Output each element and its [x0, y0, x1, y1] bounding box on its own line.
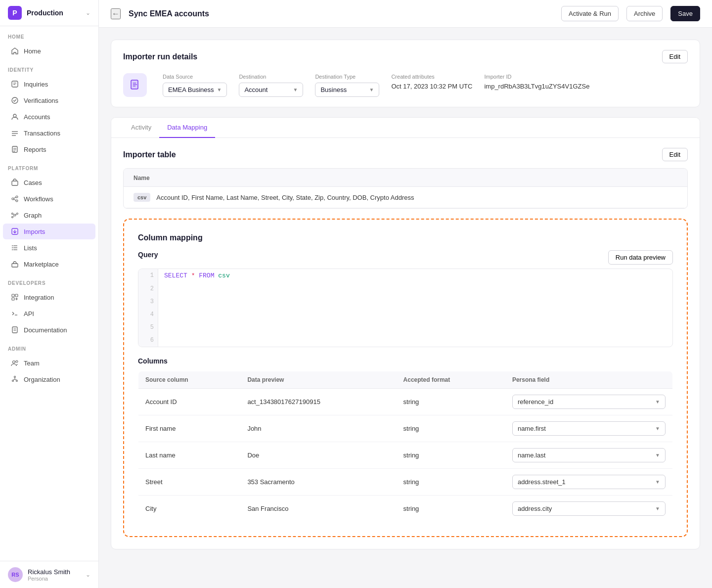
persona-field-select-3[interactable]: address.street_1▼ — [512, 475, 666, 489]
svg-rect-33 — [12, 264, 18, 267]
transactions-icon — [11, 129, 19, 137]
persona-field-cell-2: name.last▼ — [505, 442, 673, 469]
line-number-6: 6 — [138, 334, 158, 347]
sidebar-section-home: HOME — [0, 26, 98, 43]
svg-point-43 — [13, 361, 15, 363]
table-row: First nameJohnstringname.first▼ — [138, 415, 673, 442]
user-info: Rickalus Smith Persona — [28, 568, 81, 582]
line-content-4 — [158, 308, 170, 321]
created-attributes-label: Created attributes — [391, 74, 472, 80]
table-row: CitySan Franciscostringaddress.city▼ — [138, 496, 673, 522]
svg-line-24 — [13, 216, 14, 217]
destination-value: Account — [244, 86, 267, 93]
sidebar-item-team[interactable]: Team — [3, 355, 95, 371]
sidebar-item-reports[interactable]: Reports — [3, 141, 95, 157]
workflows-icon — [11, 195, 19, 203]
sidebar-item-api[interactable]: API — [3, 306, 95, 321]
sidebar-item-integration[interactable]: Integration — [3, 289, 95, 305]
sidebar-item-label-workflows: Workflows — [24, 195, 53, 203]
sidebar-item-organization[interactable]: Organization — [3, 371, 95, 387]
data-preview-header: Data preview — [240, 371, 396, 389]
destination-field: Destination Account ▼ — [239, 74, 303, 97]
code-line-4: 4 — [138, 308, 672, 321]
importer-table-section: Importer table Edit Name csv Account ID,… — [111, 138, 700, 219]
data-source-select[interactable]: EMEA Business ▼ — [163, 83, 227, 97]
importer-run-details-card: Importer run details Edit Data Source — [111, 40, 700, 107]
sidebar-item-cases[interactable]: Cases — [3, 175, 95, 190]
table-row: Street353 Sacramentostringaddress.street… — [138, 469, 673, 496]
line-number-3: 3 — [138, 295, 158, 308]
svg-point-47 — [16, 380, 18, 382]
persona-field-select-1[interactable]: name.first▼ — [512, 421, 666, 436]
sidebar-header[interactable]: P Production ⌄ — [0, 0, 98, 26]
svg-line-23 — [16, 214, 17, 215]
persona-field-chevron-icon-4: ▼ — [655, 506, 660, 511]
sidebar-item-inquiries[interactable]: Inquiries — [3, 76, 95, 92]
tab-activity[interactable]: Activity — [123, 118, 159, 138]
sidebar-item-imports[interactable]: Imports — [3, 224, 95, 239]
persona-field-chevron-icon-0: ▼ — [655, 399, 660, 405]
accepted-format-header: Accepted format — [397, 371, 505, 389]
persona-field-select-0[interactable]: reference_id▼ — [512, 395, 666, 409]
name-column-header: Name — [134, 175, 150, 181]
destination-type-chevron-icon: ▼ — [369, 87, 374, 92]
line-number-2: 2 — [138, 282, 158, 295]
sidebar-item-label-accounts: Accounts — [24, 113, 50, 121]
sidebar: P Production ⌄ HOMEHomeIDENTITYInquiries… — [0, 0, 99, 588]
page-title: Sync EMEA accounts — [129, 9, 553, 18]
importer-table-edit-button[interactable]: Edit — [662, 148, 688, 161]
preview-cell-4: San Francisco — [240, 496, 396, 522]
code-editor[interactable]: 1 SELECT * FROM csv 2 3 — [138, 269, 673, 347]
sidebar-item-lists[interactable]: Lists — [3, 240, 95, 256]
format-cell-1: string — [397, 415, 505, 442]
csv-content: Account ID, First Name, Last Name, Stree… — [156, 194, 414, 201]
importer-details-edit-button[interactable]: Edit — [662, 50, 688, 63]
sidebar-item-label-imports: Imports — [24, 228, 45, 235]
destination-type-select[interactable]: Business ▼ — [315, 83, 379, 97]
svg-point-13 — [12, 198, 14, 200]
back-button[interactable]: ← — [111, 8, 121, 19]
columns-table-header-row: Source column Data preview Accepted form… — [138, 371, 673, 389]
source-column-header: Source column — [138, 371, 241, 389]
column-mapping-container: Column mapping Query Run data preview 1 … — [111, 219, 700, 549]
avatar: RS — [8, 567, 23, 582]
source-cell-0: Account ID — [138, 389, 241, 415]
format-cell-3: string — [397, 469, 505, 496]
tab-data-mapping[interactable]: Data Mapping — [159, 118, 215, 138]
preview-cell-3: 353 Sacramento — [240, 469, 396, 496]
sidebar-item-label-home: Home — [24, 47, 41, 55]
importer-run-details-title: Importer run details — [123, 52, 197, 61]
line-content-5 — [158, 321, 170, 334]
activate-run-button[interactable]: Activate & Run — [561, 6, 619, 21]
destination-select[interactable]: Account ▼ — [239, 83, 303, 97]
column-mapping-card: Column mapping Query Run data preview 1 … — [126, 222, 685, 534]
lists-icon — [11, 244, 19, 252]
save-button[interactable]: Save — [670, 6, 700, 21]
data-source-value: EMEA Business — [168, 86, 214, 93]
sidebar-item-home[interactable]: Home — [3, 43, 95, 59]
svg-rect-36 — [12, 298, 14, 300]
destination-chevron-icon: ▼ — [293, 87, 298, 92]
user-name: Rickalus Smith — [28, 568, 81, 576]
sidebar-item-verifications[interactable]: Verifications — [3, 92, 95, 108]
cases-icon — [11, 179, 19, 186]
api-icon — [11, 310, 19, 317]
sidebar-item-documentation[interactable]: Documentation — [3, 322, 95, 338]
sidebar-item-workflows[interactable]: Workflows — [3, 191, 95, 207]
app-name: Production — [27, 9, 63, 17]
user-role: Persona — [28, 576, 81, 582]
svg-rect-35 — [15, 294, 18, 297]
svg-point-44 — [16, 361, 18, 362]
query-label: Query — [138, 251, 158, 259]
sidebar-item-label-team: Team — [24, 360, 40, 367]
archive-button[interactable]: Archive — [626, 6, 663, 21]
persona-field-chevron-icon-3: ▼ — [655, 479, 660, 485]
sidebar-item-marketplace[interactable]: Marketplace — [3, 256, 95, 272]
sidebar-footer[interactable]: RS Rickalus Smith Persona ⌄ — [0, 561, 98, 588]
sidebar-item-transactions[interactable]: Transactions — [3, 125, 95, 141]
sidebar-item-graph[interactable]: Graph — [3, 207, 95, 223]
persona-field-select-2[interactable]: name.last▼ — [512, 448, 666, 462]
persona-field-select-4[interactable]: address.city▼ — [512, 501, 666, 516]
run-data-preview-button[interactable]: Run data preview — [608, 250, 673, 265]
sidebar-item-accounts[interactable]: Accounts — [3, 109, 95, 125]
